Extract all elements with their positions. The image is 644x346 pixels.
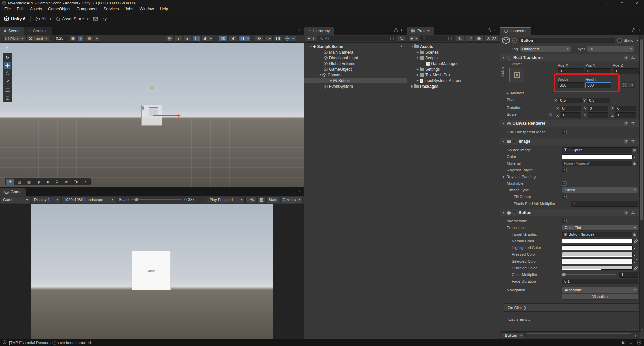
hierarchy-item[interactable]: Global Volume bbox=[304, 61, 407, 66]
overlay-camera-button[interactable] bbox=[71, 179, 80, 185]
foldout-open-icon[interactable]: ▼ bbox=[309, 45, 313, 48]
game-panel-menu-icon[interactable]: ⋮ bbox=[297, 189, 301, 194]
add-object-dropdown[interactable]: + ▾ bbox=[306, 36, 316, 42]
eyedropper-icon[interactable] bbox=[634, 252, 638, 256]
foldout-open-icon[interactable]: ▼ bbox=[318, 73, 322, 76]
eyedropper-icon[interactable] bbox=[634, 246, 638, 250]
visualize-button[interactable]: Visualize bbox=[562, 294, 638, 300]
scene-viewport[interactable]: 300 ≡ bbox=[0, 43, 304, 187]
hierarchy-menu-icon[interactable]: ⋮ bbox=[399, 28, 404, 33]
inspector-menu-icon[interactable]: ⋮ bbox=[637, 28, 641, 33]
rotation-y-field[interactable]: 0 bbox=[588, 106, 608, 111]
active-checkbox[interactable]: ✓ bbox=[512, 38, 517, 43]
hierarchy-item[interactable]: EventSystem bbox=[304, 83, 407, 89]
presets-icon[interactable] bbox=[631, 211, 635, 215]
display-dropdown[interactable]: Display 1▾ bbox=[32, 197, 60, 203]
scale-z-field[interactable]: 1 bbox=[615, 112, 636, 118]
hidden-count-button[interactable]: 22 bbox=[484, 36, 498, 42]
local-dropdown[interactable]: Local ▾ bbox=[26, 36, 49, 42]
asset-bar-menu-icon[interactable]: ⋮ bbox=[633, 333, 638, 338]
invalid-assets-button[interactable] bbox=[475, 36, 483, 42]
view-hand-tool[interactable] bbox=[4, 54, 11, 61]
lighting-toggle[interactable]: ◐ bbox=[175, 36, 182, 42]
foldout-open-icon[interactable]: ▼ bbox=[416, 56, 420, 59]
transition-dropdown[interactable]: Color Tint ▾ bbox=[562, 225, 638, 231]
hierarchy-item-canvas[interactable]: ▼ Canvas bbox=[304, 72, 407, 78]
presets-icon[interactable] bbox=[631, 139, 635, 143]
height-field[interactable]: 300 bbox=[585, 82, 611, 88]
anchor-preset-widget[interactable] bbox=[509, 68, 524, 82]
raycast-padding-row[interactable]: ▶ Raycast Padding bbox=[500, 173, 644, 180]
lock-icon[interactable] bbox=[394, 28, 398, 32]
object-picker-icon[interactable]: ◉ bbox=[632, 232, 637, 237]
overlay-compass-button[interactable]: ◔ bbox=[81, 179, 90, 185]
foldout-closed-icon[interactable]: ▶ bbox=[416, 79, 420, 82]
menu-services[interactable]: Services bbox=[100, 6, 122, 12]
selected-color-swatch[interactable] bbox=[562, 259, 633, 264]
game-render-area[interactable]: Button bbox=[31, 204, 273, 339]
project-item[interactable]: ▼ Scripts bbox=[407, 55, 500, 61]
foldout-open-icon[interactable]: ▼ bbox=[502, 140, 505, 143]
inspector-scrollbar[interactable]: ▲ ▼ bbox=[639, 35, 644, 331]
grid-snap-dropdown[interactable]: ▾ bbox=[78, 36, 83, 42]
pos-x-field[interactable]: 0 bbox=[558, 68, 584, 74]
game-audio-toggle[interactable] bbox=[248, 197, 256, 203]
search-by-label-button[interactable] bbox=[466, 36, 474, 42]
target-graphic-field[interactable]: ▣ Button (Image) ◉ bbox=[562, 232, 638, 237]
foldout-open-icon[interactable]: ▼ bbox=[502, 56, 505, 59]
pick-window-icon[interactable] bbox=[448, 37, 452, 40]
scale-slider[interactable] bbox=[131, 199, 182, 200]
foldout-closed-icon[interactable]: ▶ bbox=[416, 73, 420, 76]
overlay-move-button[interactable]: ✚ bbox=[6, 179, 14, 185]
overlay-frame-button[interactable]: ⊕ bbox=[62, 179, 71, 185]
width-field[interactable]: 300 bbox=[558, 82, 584, 88]
project-search-input[interactable] bbox=[420, 36, 454, 41]
rotation-z-field[interactable]: 0 bbox=[615, 106, 636, 111]
play-focused-dropdown[interactable]: Play Focused▾ bbox=[207, 197, 245, 203]
button-component-header[interactable]: ▼ ◉ ✓ Button ? ⋮ bbox=[500, 209, 644, 216]
color-multiplier-slider[interactable] bbox=[562, 274, 616, 275]
material-field[interactable]: None (Material) ◉ bbox=[562, 161, 638, 166]
image-enabled-checkbox[interactable]: ✓ bbox=[513, 139, 517, 143]
eyedropper-icon[interactable] bbox=[634, 155, 638, 159]
menu-component[interactable]: Component bbox=[73, 6, 100, 12]
static-checkbox[interactable]: ✓ bbox=[617, 38, 622, 43]
camera-settings-button[interactable] bbox=[264, 36, 273, 42]
minimize-button[interactable]: ─ bbox=[600, 0, 614, 6]
game-gizmos-dropdown[interactable]: Gizmos ▾ bbox=[280, 197, 302, 203]
hierarchy-item[interactable]: Main Camera bbox=[304, 49, 407, 55]
navigation-dropdown[interactable]: Automatic ▾ bbox=[562, 287, 638, 293]
menu-help[interactable]: Help bbox=[157, 6, 171, 12]
eyedropper-icon[interactable] bbox=[634, 266, 638, 270]
image-type-dropdown[interactable]: Sliced ▾ bbox=[562, 187, 638, 193]
pivot-x-field[interactable]: 0.5 bbox=[558, 98, 582, 103]
grid-snap-button[interactable]: ▦ bbox=[69, 36, 77, 42]
cull-checkbox[interactable]: ✓ bbox=[562, 130, 567, 134]
menu-edit[interactable]: Edit bbox=[14, 6, 27, 12]
y-axis-gizmo[interactable] bbox=[152, 87, 152, 116]
project-menu-icon[interactable]: ⋮ bbox=[493, 28, 497, 33]
status-bar[interactable]: ⓘ [TMP Essential Resources] have been im… bbox=[0, 339, 644, 346]
source-image-field[interactable]: UISprite ◉ bbox=[562, 147, 638, 153]
color-swatch[interactable] bbox=[562, 154, 633, 159]
tab-inspector[interactable]: ⓘ Inspector bbox=[500, 27, 531, 35]
pressed-color-swatch[interactable] bbox=[562, 252, 633, 257]
rotation-x-field[interactable]: 0 bbox=[560, 106, 581, 111]
interactable-checkbox[interactable]: ✓ bbox=[562, 219, 567, 223]
overlay-panel-button[interactable]: ▤ bbox=[15, 179, 24, 185]
snap-increment-button[interactable]: ▦ bbox=[86, 36, 93, 42]
menu-jobs[interactable]: Jobs bbox=[122, 6, 136, 12]
asset-store-dropdown[interactable]: Asset Store ▾ bbox=[56, 17, 88, 21]
sort-button[interactable]: ⇅ bbox=[398, 36, 405, 42]
project-item-inputactions[interactable]: ▶ ⚡ InputSystem_Actions bbox=[407, 78, 500, 83]
pivot-dropdown[interactable]: Pivot ▾ bbox=[3, 36, 25, 42]
ppu-field[interactable]: 1 bbox=[571, 201, 638, 207]
foldout-closed-icon[interactable]: ▶ bbox=[416, 51, 420, 54]
foldout-closed-icon[interactable]: ▶ bbox=[329, 79, 333, 82]
scale-tool[interactable] bbox=[4, 78, 11, 85]
rotate-tool[interactable] bbox=[4, 70, 11, 77]
disabled-color-swatch[interactable] bbox=[562, 266, 633, 270]
overlay-orbit-button[interactable]: ◎ bbox=[34, 179, 43, 185]
object-picker-icon[interactable]: ◉ bbox=[632, 148, 637, 153]
scale-slider-thumb[interactable] bbox=[135, 198, 138, 201]
